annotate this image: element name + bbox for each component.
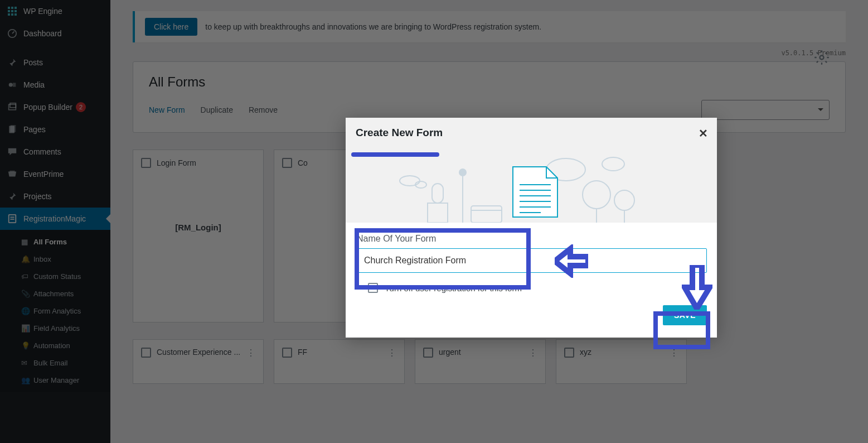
svg-point-18	[602, 157, 624, 171]
svg-rect-23	[432, 184, 443, 203]
modal-header: Create New Form ✕	[346, 118, 717, 223]
create-form-modal: Create New Form ✕	[346, 118, 717, 338]
svg-rect-24	[428, 203, 448, 223]
annotation-highlight	[653, 311, 710, 349]
annotation-highlight	[355, 228, 531, 290]
svg-point-19	[400, 176, 420, 186]
svg-rect-25	[471, 206, 502, 223]
modal-illustration	[346, 145, 717, 223]
close-icon[interactable]: ✕	[699, 127, 708, 140]
svg-point-21	[459, 169, 466, 176]
modal-title: Create New Form	[356, 127, 443, 139]
svg-point-29	[614, 190, 634, 210]
svg-point-27	[583, 181, 610, 209]
